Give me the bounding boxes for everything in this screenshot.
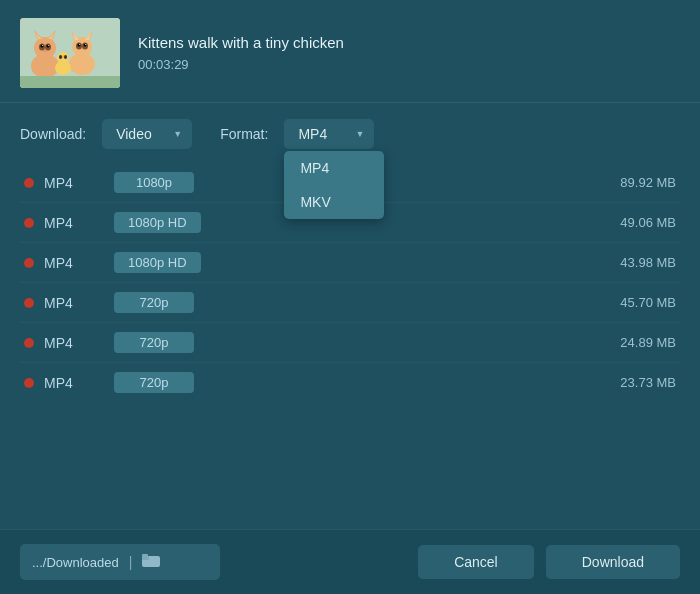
- svg-point-24: [79, 44, 80, 45]
- svg-point-13: [43, 50, 47, 52]
- svg-rect-34: [142, 554, 148, 557]
- row-size: 23.73 MB: [620, 375, 676, 390]
- row-format: MP4: [44, 215, 94, 231]
- video-thumbnail: [20, 18, 120, 88]
- format-value: MP4: [298, 126, 327, 142]
- svg-point-30: [64, 55, 67, 59]
- format-option-mkv[interactable]: MKV: [284, 185, 384, 219]
- download-button[interactable]: Download: [546, 545, 680, 579]
- row-size: 89.92 MB: [620, 175, 676, 190]
- row-size: 24.89 MB: [620, 335, 676, 350]
- header-section: Kittens walk with a tiny chicken 00:03:2…: [0, 0, 700, 103]
- controls-row: Download: Video Format: MP4 MP4 MKV: [0, 103, 700, 159]
- video-title: Kittens walk with a tiny chicken: [138, 34, 344, 51]
- row-dot: [24, 258, 34, 268]
- row-format: MP4: [44, 295, 94, 311]
- row-format: MP4: [44, 335, 94, 351]
- row-format: MP4: [44, 175, 94, 191]
- resolution-badge: 1080p: [114, 172, 194, 193]
- table-row[interactable]: MP4 1080p HD 43.98 MB: [20, 243, 680, 283]
- row-size: 45.70 MB: [620, 295, 676, 310]
- format-dropdown[interactable]: MP4 MP4 MKV: [284, 119, 374, 149]
- path-text: .../Downloaded: [32, 555, 119, 570]
- format-option-mp4[interactable]: MP4: [284, 151, 384, 185]
- resolution-badge: 1080p HD: [114, 212, 201, 233]
- row-format: MP4: [44, 255, 94, 271]
- table-row[interactable]: MP4 720p 45.70 MB: [20, 283, 680, 323]
- svg-point-23: [84, 44, 87, 47]
- row-dot: [24, 218, 34, 228]
- resolution-badge: 1080p HD: [114, 252, 201, 273]
- resolution-badge: 720p: [114, 372, 194, 393]
- row-dot: [24, 178, 34, 188]
- video-duration: 00:03:29: [138, 57, 344, 72]
- download-label: Download:: [20, 126, 86, 142]
- cancel-button[interactable]: Cancel: [418, 545, 534, 579]
- footer-section: .../Downloaded | Cancel Download: [0, 529, 700, 594]
- svg-point-10: [47, 45, 50, 48]
- row-size: 49.06 MB: [620, 215, 676, 230]
- svg-point-29: [59, 55, 62, 59]
- svg-point-9: [41, 45, 44, 48]
- path-box: .../Downloaded |: [20, 544, 220, 580]
- svg-rect-31: [20, 76, 120, 88]
- path-separator: |: [129, 554, 133, 570]
- format-btn[interactable]: MP4: [284, 119, 374, 149]
- resolution-badge: 720p: [114, 292, 194, 313]
- row-format: MP4: [44, 375, 94, 391]
- download-type-btn[interactable]: Video: [102, 119, 192, 149]
- row-dot: [24, 338, 34, 348]
- svg-point-25: [85, 44, 86, 45]
- table-row[interactable]: MP4 720p 23.73 MB: [20, 363, 680, 402]
- svg-point-22: [78, 44, 81, 47]
- format-menu: MP4 MKV: [284, 151, 384, 219]
- resolution-badge: 720p: [114, 332, 194, 353]
- table-row[interactable]: MP4 720p 24.89 MB: [20, 323, 680, 363]
- svg-point-11: [42, 45, 43, 46]
- folder-icon[interactable]: [142, 552, 160, 572]
- svg-point-2: [34, 37, 56, 59]
- row-dot: [24, 378, 34, 388]
- row-dot: [24, 298, 34, 308]
- row-size: 43.98 MB: [620, 255, 676, 270]
- video-info: Kittens walk with a tiny chicken 00:03:2…: [138, 34, 344, 72]
- download-type-dropdown[interactable]: Video: [102, 119, 192, 149]
- svg-point-12: [48, 45, 49, 46]
- download-type-value: Video: [116, 126, 152, 142]
- format-label: Format:: [220, 126, 268, 142]
